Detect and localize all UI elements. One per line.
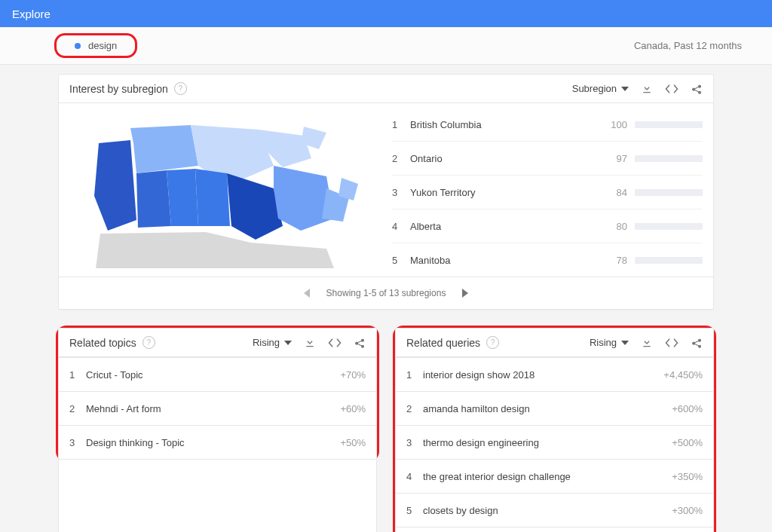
topics-card-title: Related topics <box>69 337 136 349</box>
share-icon[interactable] <box>691 83 703 95</box>
chip-dot-icon <box>75 43 81 49</box>
query-name: interior design show 2018 <box>423 369 663 381</box>
topic-name: Mehndi - Art form <box>86 403 340 414</box>
query-row[interactable]: 1 interior design show 2018 +4,450% <box>396 357 713 391</box>
query-delta: +500% <box>672 437 703 448</box>
query-name: amanda hamilton design <box>423 403 672 414</box>
region-row[interactable]: 1 British Columbia 100 <box>392 108 703 142</box>
region-name: Ontario <box>410 153 602 164</box>
topic-row[interactable]: 2 Mehndi - Art form +60% <box>59 391 376 425</box>
pager-label: Showing 1-5 of 13 subregions <box>326 288 446 298</box>
region-row[interactable]: 4 Alberta 80 <box>392 209 703 243</box>
region-name: Yukon Territory <box>410 187 602 198</box>
topics-card-padding <box>58 460 377 532</box>
region-row[interactable]: 2 Ontario 97 <box>392 142 703 176</box>
queries-card-title: Related queries <box>406 337 480 349</box>
rank-number: 3 <box>392 187 410 198</box>
topics-sort-label: Rising <box>253 337 280 348</box>
rank-number: 3 <box>406 437 423 448</box>
topic-delta: +50% <box>340 437 366 448</box>
region-map[interactable] <box>59 108 383 277</box>
queries-sort-label: Rising <box>590 337 617 348</box>
region-bar <box>635 223 703 230</box>
search-term-chip[interactable]: design <box>63 37 129 54</box>
app-title: Explore <box>12 8 51 20</box>
app-header: Explore <box>0 0 772 27</box>
context-summary: Canada, Past 12 months <box>634 40 742 51</box>
help-icon[interactable]: ? <box>486 336 499 349</box>
region-value: 80 <box>602 221 635 232</box>
rank-number: 5 <box>406 505 423 516</box>
region-card: Interest by subregion ? Subregion <box>58 74 714 310</box>
share-icon[interactable] <box>691 337 703 349</box>
region-row[interactable]: 3 Yukon Territory 84 <box>392 176 703 209</box>
queries-sort-dropdown[interactable]: Rising <box>590 337 629 348</box>
chip-label: design <box>88 40 117 51</box>
rank-number: 2 <box>406 403 423 414</box>
search-terms-bar: design Canada, Past 12 months <box>0 27 772 65</box>
query-name: closets by design <box>423 505 672 516</box>
region-row[interactable]: 5 Manitoba 78 <box>392 243 703 277</box>
queries-card: Related queries ? Rising 1 <box>395 328 714 532</box>
annotation-search-term: design <box>54 33 137 58</box>
topics-card-header: Related topics ? Rising <box>59 329 376 357</box>
region-value: 97 <box>602 153 635 164</box>
region-card-title: Interest by subregion <box>69 83 168 95</box>
annotation-related-topics: Related topics ? Rising 1 <box>56 326 379 462</box>
download-icon[interactable] <box>304 337 316 349</box>
help-icon[interactable]: ? <box>142 336 155 349</box>
rank-number: 4 <box>392 221 410 232</box>
region-pager: Showing 1-5 of 13 subregions <box>59 277 713 309</box>
topics-sort-dropdown[interactable]: Rising <box>253 337 292 348</box>
embed-icon[interactable] <box>665 338 679 348</box>
region-name: British Columbia <box>410 119 602 130</box>
topic-name: Design thinking - Topic <box>86 437 340 448</box>
topic-name: Cricut - Topic <box>86 369 340 381</box>
download-icon[interactable] <box>641 83 653 95</box>
annotation-related-queries: Related queries ? Rising 1 <box>393 326 716 532</box>
rank-number: 1 <box>406 369 423 381</box>
pager-prev-icon[interactable] <box>304 289 310 298</box>
pager-next-icon[interactable] <box>462 289 468 298</box>
embed-icon[interactable] <box>665 84 679 94</box>
region-bar <box>635 189 703 196</box>
query-delta: +4,450% <box>663 369 703 381</box>
caret-down-icon <box>621 341 629 345</box>
topics-card: Related topics ? Rising 1 <box>58 328 377 460</box>
query-row[interactable]: 3 thermo design engineering +500% <box>396 425 713 459</box>
region-scope-dropdown[interactable]: Subregion <box>572 83 629 94</box>
query-row[interactable]: 4 the great interior design challenge +3… <box>396 459 713 493</box>
query-delta: +600% <box>672 403 703 414</box>
queries-card-header: Related queries ? Rising <box>396 329 713 357</box>
caret-down-icon <box>284 341 292 345</box>
query-row[interactable]: 5 closets by design +300% <box>396 493 713 527</box>
query-delta: +300% <box>672 505 703 516</box>
help-icon[interactable]: ? <box>174 82 187 95</box>
embed-icon[interactable] <box>328 338 342 348</box>
region-bar <box>635 121 703 128</box>
region-bar <box>635 155 703 162</box>
rank-number: 1 <box>392 119 410 130</box>
rank-number: 4 <box>406 471 423 482</box>
topic-row[interactable]: 1 Cricut - Topic +70% <box>59 357 376 391</box>
region-name: Manitoba <box>410 255 602 266</box>
region-value: 78 <box>602 255 635 266</box>
rank-number: 5 <box>392 255 410 266</box>
topic-delta: +60% <box>340 403 366 414</box>
query-row[interactable]: 2 amanda hamilton design +600% <box>396 391 713 425</box>
region-value: 84 <box>602 187 635 198</box>
topic-row[interactable]: 3 Design thinking - Topic +50% <box>59 425 376 459</box>
region-card-header: Interest by subregion ? Subregion <box>59 75 713 103</box>
rank-number: 1 <box>69 369 86 381</box>
topic-delta: +70% <box>340 369 366 381</box>
share-icon[interactable] <box>354 337 366 349</box>
rank-number: 2 <box>69 403 86 414</box>
region-scope-label: Subregion <box>572 83 617 94</box>
query-delta: +350% <box>672 471 703 482</box>
rank-number: 2 <box>392 153 410 164</box>
region-ranking: 1 British Columbia 100 2 Ontario 97 3 Yu… <box>392 108 713 277</box>
query-name: the great interior design challenge <box>423 471 672 482</box>
rank-number: 3 <box>69 437 86 448</box>
download-icon[interactable] <box>641 337 653 349</box>
caret-down-icon <box>621 87 629 91</box>
